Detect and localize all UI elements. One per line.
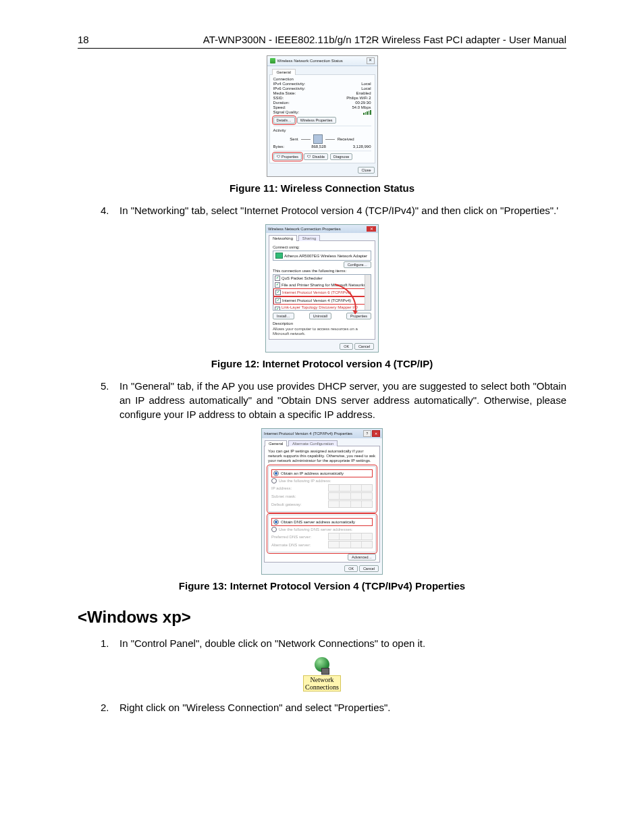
intro-text: You can get IP settings assigned automat… <box>268 449 376 463</box>
dialog-body: You can get IP settings assigned automat… <box>264 446 380 563</box>
uninstall-button[interactable]: Uninstall <box>309 313 331 319</box>
page-number: 18 <box>78 34 89 45</box>
default-gateway-field <box>328 500 373 508</box>
ok-button[interactable]: OK <box>344 565 358 572</box>
step-text: Right click on "Wireless Connection" and… <box>119 700 566 714</box>
configure-button[interactable]: Configure… <box>344 261 371 268</box>
bytes-sent-value: 868,528 <box>311 145 326 149</box>
properties-button[interactable]: 🛡 Properties <box>273 153 302 160</box>
radio-use-ip[interactable]: Use the following IP address: <box>271 478 373 484</box>
tab-sharing[interactable]: Sharing <box>298 235 321 241</box>
advanced-button[interactable]: Advanced… <box>348 554 376 561</box>
step-4: 4. In "Networking" tab, select "Internet… <box>101 203 566 217</box>
ipv6-value: Local <box>361 86 371 90</box>
ipv4-value: Local <box>361 82 371 86</box>
step-number: 1. <box>101 636 119 650</box>
document-title: AT-WNP300N - IEEE802.11b/g/n 1T2R Wirele… <box>203 34 566 45</box>
dialog-titlebar: Wireless Network Connection Status ✕ <box>267 56 377 66</box>
computer-icon <box>313 134 323 144</box>
ipv6-label: IPv6 Connectivity: <box>273 86 306 90</box>
dialog-titlebar: Wireless Network Connection Properties ✕ <box>266 225 378 233</box>
ip-address-field <box>328 484 373 492</box>
default-gateway-label: Default gateway: <box>271 502 302 506</box>
step-5: 5. In "General" tab, if the AP you use p… <box>101 379 566 421</box>
cancel-button[interactable]: Cancel <box>354 343 374 350</box>
globe-icon <box>312 657 332 675</box>
dialog-ipv4-properties: Internet Protocol Version 4 (TCP/IPv4) P… <box>261 428 383 575</box>
figure-12: Wireless Network Connection Properties ✕… <box>78 224 566 353</box>
section-activity-label: Activity <box>273 128 371 132</box>
adapter-field: Atheros AR5007EG Wireless Network Adapte… <box>273 251 371 261</box>
signal-quality-label: Signal Quality: <box>273 110 300 115</box>
scrollbar[interactable] <box>365 275 371 310</box>
wireless-properties-button[interactable]: Wireless Properties <box>297 117 336 124</box>
close-button[interactable]: Close <box>358 167 374 174</box>
figure-11-caption: Figure 11: Wireless Connection Status <box>78 182 566 194</box>
radio-auto-dns[interactable]: Obtain DNS server address automatically <box>271 518 373 526</box>
bytes-received-value: 3,128,990 <box>353 145 371 149</box>
figure-12-caption: Figure 12: Internet Protocol version 4 (… <box>78 358 566 369</box>
icon-label: NetworkConnections <box>304 676 340 691</box>
figure-13: Internet Protocol Version 4 (TCP/IPv4) P… <box>78 428 566 575</box>
radio-use-dns[interactable]: Use the following DNS server addresses: <box>271 527 373 532</box>
sent-label: Sent <box>290 137 298 141</box>
figure-11: Wireless Network Connection Status ✕ Gen… <box>78 55 566 177</box>
page-header: 18 AT-WNP300N - IEEE802.11b/g/n 1T2R Wir… <box>78 34 566 49</box>
ok-button[interactable]: OK <box>340 343 353 350</box>
dialog-title-text: Wireless Network Connection Status <box>277 59 343 63</box>
arrow-annotation-icon <box>331 283 360 321</box>
nic-icon <box>275 253 283 259</box>
tab-networking[interactable]: Networking <box>269 235 297 241</box>
description-heading: Description <box>273 321 371 325</box>
install-button[interactable]: Install… <box>273 313 294 319</box>
speed-value: 54.0 Mbps <box>352 105 371 109</box>
step-text: In "General" tab, if the AP you use prov… <box>119 379 566 421</box>
radio-auto-ip[interactable]: Obtain an IP address automatically <box>271 469 373 477</box>
subnet-mask-label: Subnet mask: <box>271 494 296 498</box>
duration-value: 00:29:30 <box>355 101 371 105</box>
bytes-label: Bytes: <box>273 145 285 149</box>
network-connections-icon[interactable]: NetworkConnections <box>295 657 349 691</box>
close-button[interactable]: ✕ <box>367 226 376 232</box>
preferred-dns-field <box>328 533 373 540</box>
alternate-dns-label: Alternate DNS server: <box>271 543 311 547</box>
step-number: 2. <box>101 700 119 714</box>
details-button[interactable]: Details… <box>273 117 295 124</box>
figure-13-caption: Figure 13: Internet Protocol Version 4 (… <box>78 580 566 592</box>
tab-general[interactable]: General <box>272 69 296 75</box>
dialog-title-text: Wireless Network Connection Properties <box>268 227 341 231</box>
tab-alternate[interactable]: Alternate Configuration <box>288 440 338 446</box>
ip-address-label: IP address: <box>271 486 292 490</box>
received-label: Received <box>338 137 354 141</box>
network-connections-icon-figure: NetworkConnections <box>78 657 566 691</box>
close-button[interactable]: ✕ <box>367 57 375 64</box>
signal-bars-icon <box>363 110 371 115</box>
dialog-wireless-status: Wireless Network Connection Status ✕ Gen… <box>267 55 378 177</box>
diagnose-button[interactable]: Diagnose <box>330 153 352 160</box>
section-heading-windows-xp: <Windows xp> <box>78 608 566 627</box>
xp-step-2: 2. Right click on "Wireless Connection" … <box>101 700 566 714</box>
tab-general[interactable]: General <box>265 440 287 446</box>
media-value: Enabled <box>356 91 371 95</box>
dialog-title-text: Internet Protocol Version 4 (TCP/IPv4) P… <box>264 432 352 436</box>
ssid-value: Philips WiFi 2 <box>346 96 371 100</box>
step-number: 5. <box>101 379 119 421</box>
connect-using-label: Connect using: <box>273 245 371 249</box>
adapter-name: Atheros AR5007EG Wireless Network Adapte… <box>284 254 367 258</box>
duration-label: Duration: <box>273 101 290 105</box>
close-button[interactable]: ✕ <box>372 430 380 437</box>
disable-button[interactable]: 🛡 Disable <box>304 153 328 160</box>
help-button[interactable]: ? <box>363 430 371 437</box>
alternate-dns-field <box>328 541 373 548</box>
ip-group: Obtain an IP address automatically Use t… <box>268 466 376 512</box>
description-text: Allows your computer to access resources… <box>273 327 371 336</box>
preferred-dns-label: Preferred DNS server: <box>271 535 311 539</box>
activity-graphic: Sent Received <box>273 134 371 144</box>
ipv4-label: IPv4 Connectivity: <box>273 82 306 86</box>
window-controls: ? ✕ <box>363 430 380 437</box>
cancel-button[interactable]: Cancel <box>359 565 379 572</box>
dns-group: Obtain DNS server address automatically … <box>268 515 376 552</box>
dialog-connection-properties: Wireless Network Connection Properties ✕… <box>265 224 379 353</box>
xp-step-1: 1. In "Control Panel", double click on "… <box>101 636 566 650</box>
list-item[interactable]: QoS Packet Scheduler <box>281 276 323 280</box>
